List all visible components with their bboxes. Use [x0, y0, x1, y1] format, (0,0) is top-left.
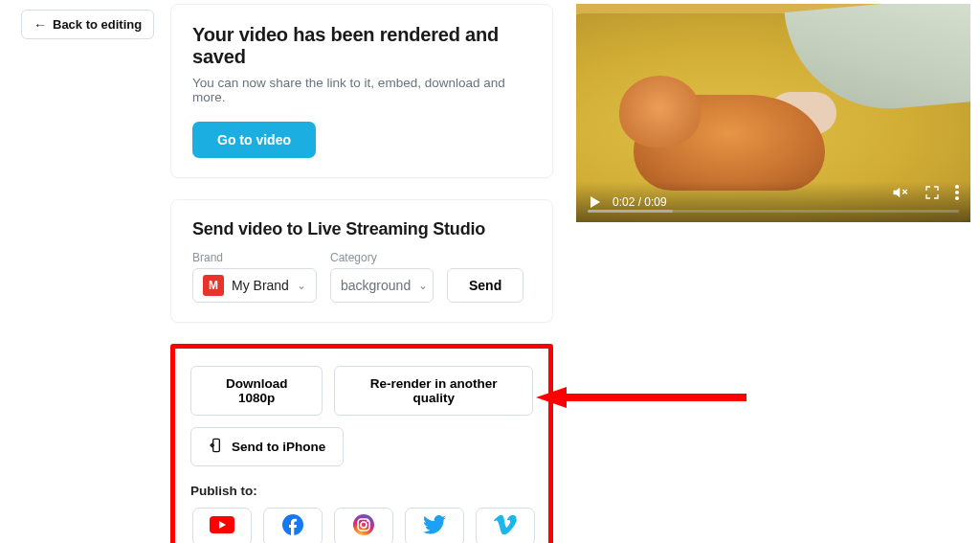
play-icon[interactable] [588, 195, 601, 209]
download-button-label: Download 1080p [209, 376, 304, 405]
facebook-icon [282, 514, 303, 539]
brand-field: Brand M My Brand ⌄ [192, 251, 317, 303]
category-value: background [341, 278, 411, 293]
fullscreen-icon[interactable] [924, 185, 940, 204]
publish-item: Facebook [261, 508, 324, 543]
annotation-arrow-icon [536, 387, 746, 408]
volume-muted-icon[interactable] [892, 184, 909, 205]
arrow-left-icon: ← [33, 18, 47, 32]
left-column: Your video has been rendered and saved Y… [170, 4, 553, 543]
svg-point-3 [353, 514, 374, 535]
streaming-card: Send video to Live Streaming Studio Bran… [170, 199, 553, 323]
rendered-card: Your video has been rendered and saved Y… [170, 4, 553, 178]
download-button[interactable]: Download 1080p [190, 366, 323, 416]
publish-item: Instagram [332, 508, 395, 543]
twitter-icon [423, 515, 446, 538]
publish-youtube[interactable] [192, 508, 252, 543]
category-field-label: Category [330, 251, 434, 264]
publish-vimeo[interactable] [476, 508, 535, 543]
svg-point-17 [955, 191, 959, 194]
download-publish-card: Download 1080p Re-render in another qual… [170, 344, 553, 543]
chevron-down-icon: ⌄ [418, 279, 428, 292]
streaming-title: Send video to Live Streaming Studio [192, 219, 531, 239]
rendered-title: Your video has been rendered and saved [192, 24, 531, 68]
phone-icon [209, 438, 224, 456]
chevron-down-icon: ⌄ [297, 279, 306, 292]
svg-point-6 [367, 520, 368, 522]
video-preview[interactable]: 0:02 / 0:09 [576, 4, 970, 222]
rendered-subtitle: You can now share the link to it, embed,… [192, 76, 531, 104]
go-to-video-button[interactable]: Go to video [192, 122, 316, 158]
rerender-button-label: Re-render in another quality [352, 376, 515, 405]
streaming-form: Brand M My Brand ⌄ Category background ⌄… [192, 251, 531, 303]
publish-twitter[interactable] [405, 508, 464, 543]
publish-item: YouTube [190, 508, 254, 543]
go-to-video-label: Go to video [217, 132, 291, 147]
instagram-icon [353, 514, 374, 539]
back-to-editing-button[interactable]: ← Back to editing [21, 10, 154, 39]
youtube-icon [210, 516, 234, 537]
svg-point-18 [955, 196, 959, 200]
publish-instagram[interactable] [334, 508, 393, 543]
publish-facebook[interactable] [263, 508, 323, 543]
video-time: 0:02 / 0:09 [612, 195, 667, 209]
rerender-button[interactable]: Re-render in another quality [334, 366, 533, 416]
vimeo-icon [494, 515, 517, 538]
brand-field-label: Brand [192, 251, 317, 264]
category-field: Category background ⌄ [330, 251, 434, 303]
back-button-label: Back to editing [53, 17, 142, 32]
send-to-iphone-label: Send to iPhone [232, 440, 325, 454]
send-to-iphone-button[interactable]: Send to iPhone [190, 427, 344, 466]
brand-badge: M [203, 275, 224, 296]
publish-item: Vimeo [474, 508, 537, 543]
brand-value: My Brand [232, 278, 289, 293]
publish-item: Twitter [403, 508, 466, 543]
publish-to-label: Publish to: [190, 484, 533, 498]
brand-select[interactable]: M My Brand ⌄ [192, 268, 317, 303]
send-button-label: Send [469, 278, 501, 293]
publish-grid: YouTube Facebook Instagram [190, 508, 533, 543]
svg-point-16 [955, 185, 959, 189]
more-options-icon[interactable] [955, 185, 959, 204]
send-button[interactable]: Send [447, 268, 523, 303]
category-select[interactable]: background ⌄ [330, 268, 434, 303]
